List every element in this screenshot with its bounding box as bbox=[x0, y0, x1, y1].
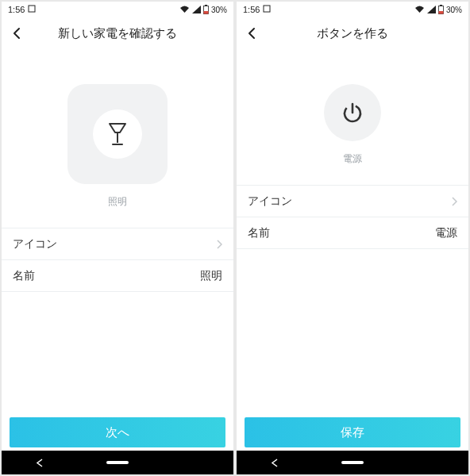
status-time: 1:56 bbox=[8, 5, 25, 14]
back-button[interactable] bbox=[2, 17, 33, 49]
settings-rows: アイコン 名前 照明 bbox=[2, 228, 233, 292]
battery-text: 30% bbox=[446, 6, 462, 14]
signal-icon bbox=[427, 6, 436, 13]
signal-icon bbox=[192, 6, 201, 13]
save-button[interactable]: 保存 bbox=[245, 417, 460, 447]
button-preview-circle bbox=[324, 84, 381, 141]
chevron-left-icon bbox=[246, 27, 259, 40]
row-name[interactable]: 名前 照明 bbox=[2, 260, 233, 292]
battery-icon bbox=[203, 5, 209, 14]
top-bar: 新しい家電を確認する bbox=[2, 17, 233, 49]
save-button-label: 保存 bbox=[341, 425, 364, 440]
row-name-label: 名前 bbox=[13, 269, 35, 283]
notification-icon bbox=[263, 5, 271, 14]
phone-screen-right: 1:56 30% ボタンを作る bbox=[237, 2, 468, 474]
screen-title: 新しい家電を確認する bbox=[2, 26, 233, 41]
next-button-label: 次へ bbox=[106, 425, 129, 440]
nav-back-button[interactable] bbox=[17, 459, 64, 467]
svg-rect-13 bbox=[341, 461, 364, 464]
preview-label: 照明 bbox=[108, 195, 127, 209]
back-button[interactable] bbox=[237, 17, 268, 49]
svg-rect-0 bbox=[29, 6, 35, 12]
svg-rect-3 bbox=[203, 11, 208, 14]
status-bar: 1:56 30% bbox=[2, 2, 233, 17]
svg-rect-10 bbox=[438, 11, 443, 14]
wifi-icon bbox=[414, 6, 425, 13]
lamp-icon bbox=[106, 121, 129, 147]
svg-rect-7 bbox=[264, 6, 270, 12]
status-bar: 1:56 30% bbox=[237, 2, 468, 17]
row-name-value: 照明 bbox=[200, 269, 222, 283]
power-icon bbox=[340, 100, 365, 125]
status-time: 1:56 bbox=[243, 5, 260, 14]
row-icon[interactable]: アイコン bbox=[2, 228, 233, 260]
chevron-left-icon bbox=[11, 27, 24, 40]
notification-icon bbox=[28, 5, 36, 14]
nav-home-button[interactable] bbox=[329, 459, 376, 466]
battery-icon bbox=[438, 5, 444, 14]
preview-label: 電源 bbox=[343, 152, 362, 166]
settings-rows: アイコン 名前 電源 bbox=[237, 185, 468, 249]
preview-area: 照明 bbox=[2, 49, 233, 228]
chevron-right-icon bbox=[216, 240, 222, 249]
android-navbar bbox=[237, 451, 468, 474]
phone-screen-left: 1:56 30% 新しい家電を確認する bbox=[2, 2, 233, 474]
top-bar: ボタンを作る bbox=[237, 17, 468, 49]
row-icon[interactable]: アイコン bbox=[237, 186, 468, 217]
screen-title: ボタンを作る bbox=[237, 26, 468, 41]
row-name-value: 電源 bbox=[435, 226, 457, 240]
device-preview-card bbox=[67, 84, 168, 184]
preview-area: 電源 bbox=[237, 49, 468, 185]
battery-text: 30% bbox=[211, 6, 227, 14]
row-name-label: 名前 bbox=[248, 226, 270, 240]
nav-back-button[interactable] bbox=[252, 459, 299, 467]
row-icon-label: アイコン bbox=[13, 237, 57, 251]
wifi-icon bbox=[179, 6, 190, 13]
svg-rect-6 bbox=[106, 461, 129, 464]
android-navbar bbox=[2, 451, 233, 474]
row-icon-label: アイコン bbox=[248, 194, 292, 209]
chevron-right-icon bbox=[451, 197, 457, 206]
nav-home-button[interactable] bbox=[94, 459, 141, 466]
row-name[interactable]: 名前 電源 bbox=[237, 217, 468, 249]
next-button[interactable]: 次へ bbox=[10, 417, 225, 447]
device-icon-circle bbox=[93, 109, 142, 159]
